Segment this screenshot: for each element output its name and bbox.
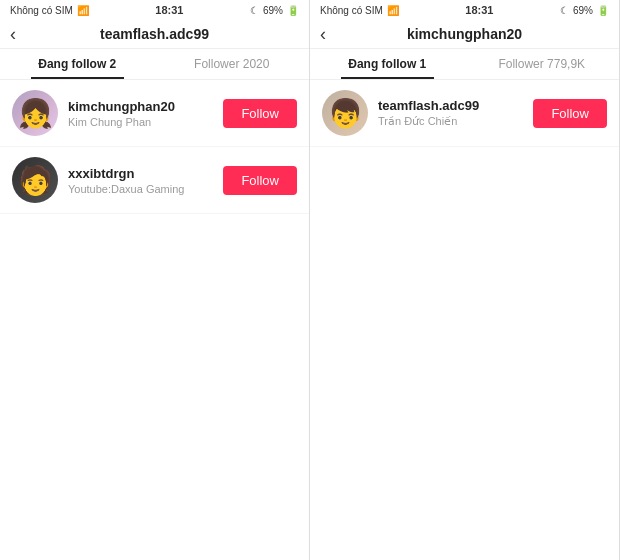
- page-title-2: kimchungphan20: [407, 26, 522, 42]
- user-list-2: teamflash.adc99 Trần Đức Chiến Follow: [310, 80, 619, 560]
- back-button-2[interactable]: ‹: [320, 24, 326, 45]
- nav-header-1: ‹ teamflash.adc99: [0, 20, 309, 49]
- wifi-icon-1: 📶: [77, 5, 89, 16]
- follow-button-kim[interactable]: Follow: [223, 99, 297, 128]
- status-bar-2: Không có SIM 📶 18:31 ☾ 69% 🔋: [310, 0, 619, 20]
- battery-icon-2: 🔋: [597, 5, 609, 16]
- status-left-1: Không có SIM 📶: [10, 5, 89, 16]
- follow-button-xxx[interactable]: Follow: [223, 166, 297, 195]
- page-title-1: teamflash.adc99: [100, 26, 209, 42]
- displayname-xxx: Youtube:Daxua Gaming: [68, 183, 223, 195]
- carrier-1: Không có SIM: [10, 5, 73, 16]
- moon-icon-1: ☾: [250, 5, 259, 16]
- status-right-2: ☾ 69% 🔋: [560, 5, 609, 16]
- displayname-team: Trần Đức Chiến: [378, 115, 533, 128]
- status-bar-1: Không có SIM 📶 18:31 ☾ 69% 🔋: [0, 0, 309, 20]
- avatar-xxx: [12, 157, 58, 203]
- avatar-face-kim: [18, 97, 53, 130]
- status-right-1: ☾ 69% 🔋: [250, 5, 299, 16]
- user-info-team: teamflash.adc99 Trần Đức Chiến: [378, 98, 533, 128]
- follow-button-team[interactable]: Follow: [533, 99, 607, 128]
- panel-kimchung: Không có SIM 📶 18:31 ☾ 69% 🔋 ‹ kimchungp…: [310, 0, 620, 560]
- wifi-icon-2: 📶: [387, 5, 399, 16]
- tab-followers-2[interactable]: Follower 779,9K: [465, 49, 620, 79]
- avatar-face-team: [328, 97, 363, 130]
- avatar-team: [322, 90, 368, 136]
- username-kim: kimchungphan20: [68, 99, 223, 114]
- tabs-1: Đang follow 2 Follower 2020: [0, 49, 309, 80]
- tab-followers-1[interactable]: Follower 2020: [155, 49, 310, 79]
- table-row: teamflash.adc99 Trần Đức Chiến Follow: [310, 80, 619, 147]
- table-row: xxxibtdrgn Youtube:Daxua Gaming Follow: [0, 147, 309, 214]
- carrier-2: Không có SIM: [320, 5, 383, 16]
- tab-following-2[interactable]: Đang follow 1: [310, 49, 465, 79]
- tab-following-1[interactable]: Đang follow 2: [0, 49, 155, 79]
- time-2: 18:31: [465, 4, 493, 16]
- user-list-1: kimchungphan20 Kim Chung Phan Follow xxx…: [0, 80, 309, 560]
- battery-2: 69%: [573, 5, 593, 16]
- user-info-xxx: xxxibtdrgn Youtube:Daxua Gaming: [68, 166, 223, 195]
- panel-teamflash: Không có SIM 📶 18:31 ☾ 69% 🔋 ‹ teamflash…: [0, 0, 310, 560]
- battery-1: 69%: [263, 5, 283, 16]
- username-xxx: xxxibtdrgn: [68, 166, 223, 181]
- moon-icon-2: ☾: [560, 5, 569, 16]
- back-button-1[interactable]: ‹: [10, 24, 16, 45]
- avatar-kim: [12, 90, 58, 136]
- avatar-face-xxx: [18, 164, 53, 197]
- user-info-kim: kimchungphan20 Kim Chung Phan: [68, 99, 223, 128]
- nav-header-2: ‹ kimchungphan20: [310, 20, 619, 49]
- table-row: kimchungphan20 Kim Chung Phan Follow: [0, 80, 309, 147]
- username-team: teamflash.adc99: [378, 98, 533, 113]
- time-1: 18:31: [155, 4, 183, 16]
- displayname-kim: Kim Chung Phan: [68, 116, 223, 128]
- battery-icon-1: 🔋: [287, 5, 299, 16]
- tabs-2: Đang follow 1 Follower 779,9K: [310, 49, 619, 80]
- status-left-2: Không có SIM 📶: [320, 5, 399, 16]
